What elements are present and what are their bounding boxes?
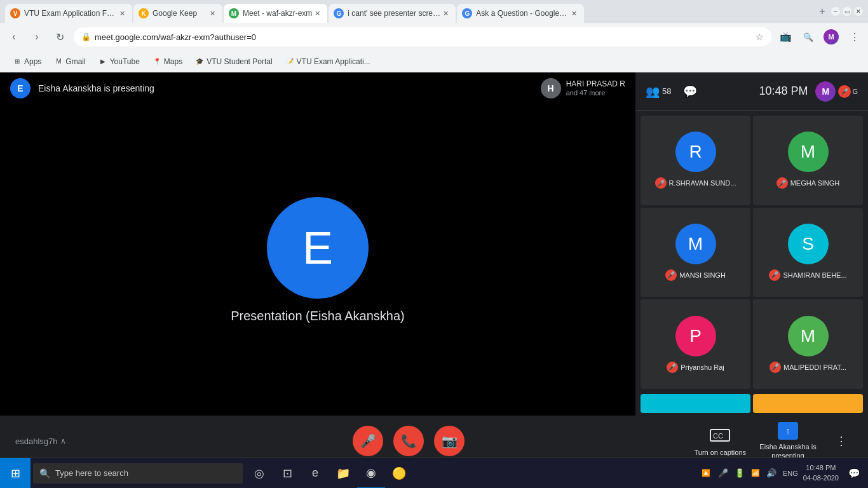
captions-button[interactable]: CC Turn on captions	[694, 425, 746, 457]
bookmark-label-vtu_exam: VTU Exam Applicati...	[297, 57, 370, 66]
bookmark-gmail[interactable]: M Gmail	[49, 55, 90, 68]
bookmark-favicon-vtu_portal: 🎓	[195, 57, 204, 66]
maximize-button[interactable]: ▭	[843, 7, 851, 16]
tab-close-tab2[interactable]: ✕	[207, 8, 217, 18]
bookmark-label-vtu_portal: VTU Student Portal	[207, 57, 272, 66]
participant-name-p4: SHAMIRAN BEHE...	[783, 271, 846, 279]
notification-button[interactable]: 💬	[845, 464, 863, 482]
back-button[interactable]: ‹	[5, 28, 23, 46]
profile-icon[interactable]: M	[822, 28, 840, 46]
chat-icon-button[interactable]: 💬	[679, 80, 702, 103]
tab-title-tab2: Google Keep	[153, 9, 207, 18]
start-button[interactable]: ⊞	[0, 458, 31, 489]
bookmark-label-gmail: Gmail	[65, 57, 85, 66]
battery-icon: 🔋	[733, 467, 746, 479]
participant-name-p3: MANSI SINGH	[679, 271, 726, 279]
show-hidden-icons[interactable]: 🔼	[699, 468, 713, 478]
participant-name-p2: MEGHA SINGH	[790, 179, 840, 187]
mute-icon-p2: 🎤	[776, 177, 788, 189]
bookmark-apps[interactable]: ⊞ Apps	[8, 55, 46, 68]
user-avatar[interactable]: M	[815, 81, 836, 102]
chat-icon: 💬	[683, 85, 697, 98]
camera-off-icon: 📷	[442, 433, 458, 449]
taskbar-item-edge[interactable]: e	[301, 458, 329, 489]
browser-tab-tab2[interactable]: K Google Keep ✕	[133, 4, 222, 23]
taskbar-item-cortana[interactable]: ◎	[245, 458, 273, 489]
tab-title-tab1: VTU Exam Application Form 2...	[24, 9, 117, 18]
end-call-button[interactable]: 📞	[393, 426, 424, 456]
refresh-button[interactable]: ↻	[51, 28, 69, 46]
cast-icon[interactable]: 📺	[776, 28, 794, 46]
presenting-status-text: Eisha Akanskha is presenting	[38, 83, 154, 93]
expand-chevron[interactable]: ∧	[60, 437, 66, 445]
zoom-icon[interactable]: 🔍	[799, 28, 817, 46]
captions-label: Turn on captions	[694, 448, 746, 457]
taskbar-item-task-view[interactable]: ⊡	[273, 458, 301, 489]
taskbar-date: 04-08-2020	[803, 473, 839, 483]
participant-avatar-p3: M	[675, 224, 716, 264]
present-icon: ↑	[778, 422, 798, 440]
participant-name-p6: MALIPEDDI PRAT...	[783, 363, 846, 371]
people-count: 58	[662, 86, 671, 96]
presenter-avatar: E	[10, 78, 31, 98]
participant-card-p6: M 🎤 MALIPEDDI PRAT...	[753, 299, 863, 389]
presenter-big-avatar: E	[267, 197, 369, 299]
presenting-info[interactable]: ↑ Eisha Akanskha is presenting	[756, 422, 820, 461]
bookmark-label-maps: Maps	[164, 57, 182, 66]
star-icon[interactable]: ☆	[756, 32, 764, 42]
mute-icon-p6: 🎤	[770, 362, 781, 373]
participant-card-p4: S 🎤 SHAMIRAN BEHE...	[753, 208, 863, 297]
presenter-full-name: Presentation (Eisha Akanskha)	[231, 309, 405, 323]
participant-avatar-p5: P	[675, 316, 716, 356]
tab-close-tab5[interactable]: ✕	[569, 8, 579, 18]
mute-icon-p1: 🎤	[655, 177, 667, 189]
minimize-button[interactable]: ─	[831, 7, 840, 16]
end-call-icon: 📞	[401, 433, 417, 449]
bookmark-maps[interactable]: 📍 Maps	[147, 55, 187, 68]
more-options-button[interactable]: ⋮	[830, 430, 853, 452]
taskbar-item-folder[interactable]: 📁	[329, 458, 357, 489]
new-tab-button[interactable]: +	[813, 3, 831, 20]
taskbar-item-extra[interactable]: 🟡	[385, 458, 413, 489]
svg-text:CC: CC	[713, 432, 723, 440]
bookmark-vtu_portal[interactable]: 🎓 VTU Student Portal	[190, 55, 277, 68]
bookmark-label-apps: Apps	[24, 57, 41, 66]
browser-tab-tab5[interactable]: G Ask a Question - Google Mee... ✕	[457, 4, 584, 23]
partial-participant-pp2	[753, 394, 863, 413]
taskbar-time: 10:48 PM	[806, 463, 836, 473]
participant-card-p5: P 🎤 Priyanshu Raj	[641, 299, 750, 389]
bookmark-youtube[interactable]: ▶ YouTube	[93, 55, 145, 68]
lock-icon: 🔒	[81, 32, 91, 41]
partial-participant-pp1	[641, 394, 750, 413]
tab-close-tab1[interactable]: ✕	[117, 8, 127, 18]
browser-tab-tab3[interactable]: M Meet - waf-akzr-exm ✕	[224, 4, 327, 23]
windows-icon: ⊞	[11, 466, 20, 480]
browser-tab-tab1[interactable]: V VTU Exam Application Form 2... ✕	[5, 4, 132, 23]
host-avatar: H	[541, 78, 561, 98]
people-icon: 👥	[646, 85, 660, 98]
participant-card-p1: R 🎤 R.SHRAVAN SUND...	[641, 116, 750, 205]
taskbar-item-chrome[interactable]: ◉	[357, 458, 385, 489]
bookmark-favicon-gmail: M	[54, 57, 63, 66]
mute-button[interactable]: 🎤	[353, 426, 383, 456]
forward-button[interactable]: ›	[28, 28, 46, 46]
participant-card-p2: M 🎤 MEGHA SINGH	[753, 116, 863, 205]
mute-icon-p3: 🎤	[665, 269, 677, 281]
participant-card-p3: M 🎤 MANSI SINGH	[641, 208, 750, 297]
menu-button[interactable]: ⋮	[845, 28, 863, 46]
mute-icon-p4: 🎤	[769, 269, 780, 281]
search-bar[interactable]: 🔍 Type here to search	[33, 463, 243, 484]
tab-close-tab4[interactable]: ✕	[440, 8, 451, 18]
camera-off-button[interactable]: 📷	[434, 426, 465, 456]
browser-tab-tab4[interactable]: G i cant' see presenter screen in... ✕	[329, 4, 456, 23]
tab-title-tab5: Ask a Question - Google Mee...	[476, 9, 569, 18]
bookmark-vtu_exam[interactable]: 📝 VTU Exam Applicati...	[280, 55, 376, 68]
url-text[interactable]: meet.google.com/waf-akzr-exm?authuser=0	[95, 32, 752, 42]
tab-close-tab3[interactable]: ✕	[312, 8, 322, 18]
tab-title-tab3: Meet - waf-akzr-exm	[243, 9, 312, 18]
close-button[interactable]: ✕	[854, 7, 863, 16]
meeting-code-text: esdahlsg7h	[15, 437, 58, 446]
tab-title-tab4: i cant' see presenter screen in...	[348, 9, 440, 18]
captions-icon: CC	[710, 425, 730, 445]
participant-name-p1: R.SHRAVAN SUND...	[669, 179, 736, 187]
